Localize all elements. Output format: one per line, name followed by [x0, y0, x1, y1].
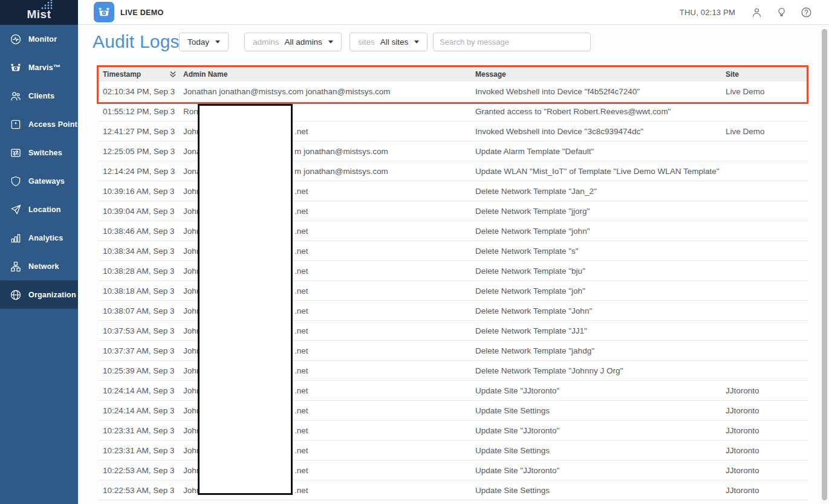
cell-timestamp: 10:37:53 AM, Sep 3 [99, 326, 183, 335]
organization-icon [10, 289, 22, 301]
cell-message: Granted access to "Robert Robert.Reeves@… [475, 107, 726, 116]
admin-name-suffix-text: .net [294, 480, 308, 500]
sidebar-item-label: Gateways [28, 177, 65, 186]
column-header-label: Timestamp [103, 70, 141, 79]
help-icon[interactable] [801, 7, 812, 18]
cell-message: Delete Network Template "jjorg" [475, 207, 726, 216]
cell-timestamp: 12:25:05 PM, Sep 3 [99, 147, 183, 156]
cell-timestamp: 10:38:34 AM, Sep 3 [99, 247, 183, 256]
cell-timestamp: 10:39:16 AM, Sep 3 [99, 187, 183, 196]
cell-message: Update WLAN "Mist_IoT" of Template "Live… [475, 167, 726, 176]
sidebar-item-analytics[interactable]: Analytics [0, 224, 78, 252]
cell-message: Update Site Settings [475, 446, 726, 455]
admin-name-suffix-text: .net [294, 261, 308, 280]
column-header-timestamp[interactable]: Timestamp [99, 67, 183, 82]
sidebar-item-label: Organization [28, 291, 76, 299]
admin-name-suffix-text: .net [294, 401, 308, 420]
column-header-label: Site [726, 70, 739, 79]
sidebar-item-label: Switches [28, 149, 62, 157]
sidebar-item-label: Access Points [28, 120, 82, 129]
cell-timestamp: 10:24:14 AM, Sep 3 [99, 406, 183, 415]
sidebar-item-monitor[interactable]: Monitor [0, 25, 78, 53]
network-icon [10, 260, 22, 273]
sidebar-item-gateways[interactable]: Gateways [0, 167, 78, 195]
cell-message: Update Site Settings [475, 406, 726, 415]
marvis-icon [10, 62, 22, 74]
cell-site: JJtoronto [726, 466, 808, 475]
cell-message: Update Site "JJtoronto" [475, 386, 726, 395]
admin-name-suffix-text: .net [294, 121, 308, 141]
admin-name-suffix-text: .net [294, 341, 308, 360]
admin-name-suffix-text: .net [294, 241, 308, 260]
sidebar-item-label: Clients [28, 92, 54, 100]
cell-site: JJtoronto [726, 406, 808, 415]
table-header-row: Timestamp Admin Name Message Site [99, 67, 808, 82]
location-icon [10, 204, 22, 216]
chevron-down-icon [328, 40, 333, 44]
sort-descending-icon[interactable] [169, 70, 177, 79]
cell-message: Invoked Webshell into Device "3c8c939474… [475, 127, 726, 136]
page-title: Audit Logs [93, 31, 180, 52]
cell-message: Update Site Settings [475, 486, 726, 495]
table-row[interactable]: 02:10:34 PM, Sep 3Jonathan jonathan@mist… [99, 82, 808, 102]
admins-filter-dropdown[interactable]: admins All admins [244, 33, 342, 51]
sites-filter-dropdown[interactable]: sites All sites [349, 33, 428, 51]
org-badge[interactable] [94, 2, 114, 22]
analytics-icon [10, 232, 22, 244]
scrollbar-thumb[interactable] [822, 29, 827, 500]
cell-timestamp: 10:23:31 AM, Sep 3 [99, 446, 183, 455]
sidebar-item-marvis[interactable]: Marvis™ [0, 53, 78, 82]
cell-timestamp: 10:38:07 AM, Sep 3 [99, 306, 183, 315]
cell-message: Delete Network Template "jahdg" [475, 346, 726, 355]
admin-name-suffix-text: .net [294, 201, 308, 221]
gateways-icon [10, 175, 22, 187]
mist-logo[interactable]: Mist [0, 0, 78, 25]
sidebar-item-organization[interactable]: Organization [0, 280, 78, 309]
sidebar-item-location[interactable]: Location [0, 195, 78, 224]
sidebar-item-network[interactable]: Network [0, 252, 78, 280]
admin-name-suffix-text: m jonathan@mistsys.com [294, 141, 388, 161]
clock-label: THU, 02:13 PM [680, 8, 735, 17]
cell-timestamp: 10:38:18 AM, Sep 3 [99, 286, 183, 296]
chevron-down-icon [414, 40, 419, 44]
cell-timestamp: 10:38:28 AM, Sep 3 [99, 267, 183, 276]
app-window: Mist LIVE DEMO THU, 02:13 PM [0, 0, 829, 504]
cell-admin-name: Jonathan jonathan@mistsys.com jonathan@m… [183, 82, 475, 101]
sidebar-item-label: Location [28, 205, 61, 214]
admin-name-text: Jonathan jonathan@mistsys.com jonathan@m… [183, 87, 391, 96]
access-point-badge-icon [97, 5, 111, 19]
cell-message: Delete Network Template "bju" [475, 267, 726, 276]
clients-icon [10, 90, 22, 102]
cell-timestamp: 10:25:39 AM, Sep 3 [99, 366, 183, 375]
access-points-icon [10, 118, 22, 131]
cell-site: Live Demo [726, 87, 808, 96]
cell-site: JJtoronto [726, 386, 808, 395]
scrollbar-track[interactable] [820, 25, 829, 504]
admin-name-suffix-text: .net [294, 441, 308, 460]
admin-name-suffix-text: .net [294, 181, 308, 201]
cell-timestamp: 10:37:37 AM, Sep 3 [99, 346, 183, 355]
admin-name-suffix-text: .net [294, 460, 308, 480]
cell-message: Delete Network Template "Jan_2" [475, 187, 726, 196]
admin-name-suffix-text: .net [294, 321, 308, 340]
switches-icon [10, 147, 22, 159]
cell-site: Live Demo [726, 127, 808, 136]
cell-message: Delete Network Template "joh" [475, 286, 726, 296]
column-header-message[interactable]: Message [475, 67, 726, 82]
org-name-label: LIVE DEMO [120, 0, 163, 25]
search-input[interactable] [433, 33, 591, 51]
lightbulb-icon[interactable] [776, 7, 787, 18]
sidebar-item-clients[interactable]: Clients [0, 82, 78, 110]
column-header-admin-name[interactable]: Admin Name [183, 67, 475, 82]
sidebar-item-switches[interactable]: Switches [0, 138, 78, 167]
sidebar-item-access-points[interactable]: Access Points [0, 110, 78, 138]
person-icon[interactable] [751, 7, 762, 18]
column-header-site[interactable]: Site [726, 67, 808, 82]
admin-name-suffix-text: .net [294, 221, 308, 241]
cell-timestamp: 12:41:27 PM, Sep 3 [99, 127, 183, 136]
duration-filter-dropdown[interactable]: Today [179, 33, 229, 51]
cell-timestamp: 10:39:04 AM, Sep 3 [99, 207, 183, 216]
admins-filter-label: admins [253, 37, 279, 47]
cell-message: Update Site "JJtoronto" [475, 466, 726, 475]
cell-timestamp: 12:14:24 PM, Sep 3 [99, 167, 183, 176]
